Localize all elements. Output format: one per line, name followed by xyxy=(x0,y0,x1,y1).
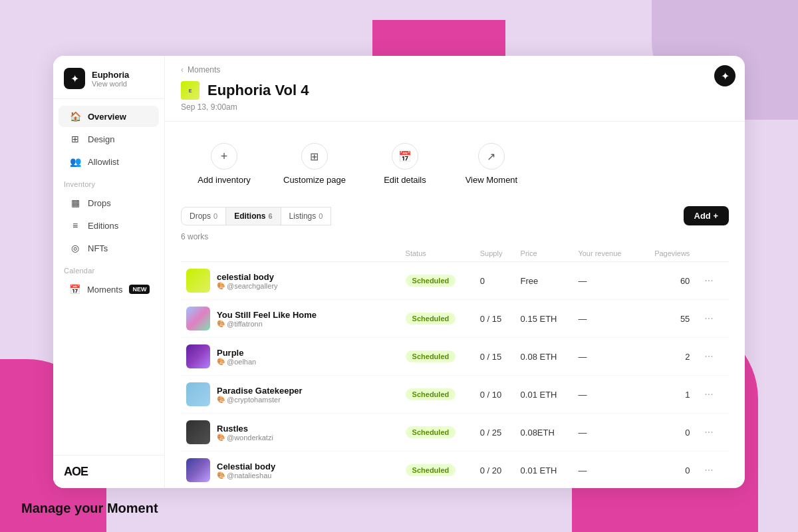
sidebar-brand: ✦ Euphoria View world xyxy=(53,56,164,99)
sidebar-label-editions: Editions xyxy=(88,221,118,231)
page-date: Sep 13, 9:00am xyxy=(181,102,729,112)
work-status-5: Scheduled xyxy=(400,452,475,489)
work-supply-5: 0 / 20 xyxy=(475,452,515,489)
nfts-icon: ◎ xyxy=(69,243,81,253)
tab-listings-count: 0 xyxy=(319,212,323,220)
design-icon: ⊞ xyxy=(69,134,81,144)
more-options-button-0[interactable]: ··· xyxy=(700,273,717,288)
more-options-button-3[interactable]: ··· xyxy=(700,387,717,402)
work-artist-3: 🎨 @cryptohamster xyxy=(217,396,303,404)
add-inventory-label: Add inventory xyxy=(198,175,251,185)
status-badge-4: Scheduled xyxy=(406,426,456,438)
work-artist-5: 🎨 @natalieshau xyxy=(217,471,275,479)
event-thumbnail: E xyxy=(181,81,200,100)
status-badge-5: Scheduled xyxy=(406,464,456,476)
table-row: celestial body 🎨 @searchgallery Schedule… xyxy=(181,262,729,300)
work-revenue-4: — xyxy=(573,414,638,452)
work-name-3: Paradise Gatekeeper xyxy=(217,386,303,396)
col-pageviews: Pageviews xyxy=(639,245,696,262)
tab-listings[interactable]: Listings 0 xyxy=(281,207,332,225)
sidebar-item-design[interactable]: ⊞ Design xyxy=(59,128,159,150)
editions-icon: ≡ xyxy=(69,220,81,231)
breadcrumb: ‹ Moments xyxy=(181,65,729,74)
work-pageviews-3: 1 xyxy=(639,376,696,414)
tab-drops-count: 0 xyxy=(213,212,217,220)
more-options-button-1[interactable]: ··· xyxy=(700,311,717,326)
artist-avatar-icon-1: 🎨 xyxy=(217,320,225,327)
table-row: Paradise Gatekeeper 🎨 @cryptohamster Sch… xyxy=(181,376,729,414)
artist-avatar-icon-5: 🎨 xyxy=(217,471,225,479)
work-name-5: Celestial body xyxy=(217,462,275,471)
customize-page-label: Customize page xyxy=(283,175,346,185)
work-cell-0: celestial body 🎨 @searchgallery xyxy=(181,262,400,300)
allowlist-icon: 👥 xyxy=(69,156,81,167)
artist-avatar-icon-2: 🎨 xyxy=(217,358,225,365)
tab-editions[interactable]: Editions 6 xyxy=(225,207,281,225)
work-supply-4: 0 / 25 xyxy=(475,414,515,452)
work-cell-2: Purple 🎨 @oelhan xyxy=(181,338,400,376)
table-row: You Still Feel Like Home 🎨 @tiffatronn S… xyxy=(181,300,729,338)
work-thumb-1 xyxy=(186,307,210,331)
more-options-button-2[interactable]: ··· xyxy=(700,349,717,364)
col-actions xyxy=(695,245,729,262)
brand-logo-icon: ✦ xyxy=(64,68,85,89)
work-status-4: Scheduled xyxy=(400,414,475,452)
work-thumb-0 xyxy=(186,269,210,293)
more-options-button-5[interactable]: ··· xyxy=(700,463,717,477)
brand-sub: View world xyxy=(92,80,129,88)
work-price-4: 0.08ETH xyxy=(515,414,573,452)
work-thumb-2 xyxy=(186,344,210,368)
sidebar-item-drops[interactable]: ▦ Drops xyxy=(59,192,159,213)
sidebar-label-nfts: NFTs xyxy=(88,243,108,253)
sidebar-item-moments[interactable]: 📅 Moments NEW xyxy=(59,279,159,300)
action-card-edit-details[interactable]: 📅 Edit details xyxy=(362,132,448,196)
sidebar-item-allowlist[interactable]: 👥 Allowlist xyxy=(59,151,159,172)
top-right-action-button[interactable]: ✦ xyxy=(714,65,735,86)
table-container: 6 works Status Supply Price Your revenue… xyxy=(165,225,745,488)
sidebar-item-nfts[interactable]: ◎ NFTs xyxy=(59,237,159,259)
work-cell-3: Paradise Gatekeeper 🎨 @cryptohamster xyxy=(181,376,400,414)
add-button[interactable]: Add + xyxy=(684,206,729,225)
col-supply: Supply xyxy=(475,245,515,262)
table-row: Purple 🎨 @oelhan Scheduled 0 / 15 0.08 E… xyxy=(181,338,729,376)
tab-listings-label: Listings xyxy=(289,211,317,221)
drops-icon: ▦ xyxy=(69,198,81,208)
status-badge-1: Scheduled xyxy=(406,313,456,325)
breadcrumb-label[interactable]: Moments xyxy=(188,65,220,74)
brand-text: Euphoria View world xyxy=(92,70,129,88)
work-status-1: Scheduled xyxy=(400,300,475,338)
work-more-3: ··· xyxy=(695,376,729,414)
view-moment-icon: ↗ xyxy=(478,143,505,170)
work-revenue-3: — xyxy=(573,376,638,414)
work-cell-1: You Still Feel Like Home 🎨 @tiffatronn xyxy=(181,300,400,338)
work-price-2: 0.08 ETH xyxy=(515,338,573,376)
page-title: Euphoria Vol 4 xyxy=(207,82,309,99)
work-status-2: Scheduled xyxy=(400,338,475,376)
work-name-4: Rustles xyxy=(217,424,273,434)
action-card-view-moment[interactable]: ↗ View Moment xyxy=(448,132,535,196)
calendar-icon: 📅 xyxy=(69,284,80,295)
tab-drops[interactable]: Drops 0 xyxy=(181,207,226,225)
artist-avatar-icon-4: 🎨 xyxy=(217,434,225,441)
edit-details-label: Edit details xyxy=(384,175,426,185)
work-price-1: 0.15 ETH xyxy=(515,300,573,338)
sidebar-label-drops: Drops xyxy=(88,198,111,208)
col-revenue: Your revenue xyxy=(573,245,638,262)
work-more-4: ··· xyxy=(695,414,729,452)
more-options-button-4[interactable]: ··· xyxy=(700,425,717,440)
sidebar-item-overview[interactable]: 🏠 Overview xyxy=(59,106,159,127)
work-status-0: Scheduled xyxy=(400,262,475,300)
work-name-1: You Still Feel Like Home xyxy=(217,310,317,320)
work-thumb-5 xyxy=(186,458,210,482)
status-badge-3: Scheduled xyxy=(406,388,456,400)
work-price-0: Free xyxy=(515,262,573,300)
tab-editions-count: 6 xyxy=(268,212,272,220)
inventory-section-label: Inventory xyxy=(53,174,164,191)
tab-editions-label: Editions xyxy=(234,211,265,221)
table-row: Celestial body 🎨 @natalieshau Scheduled … xyxy=(181,452,729,489)
work-cell-4: Rustles 🎨 @wonderkatzi xyxy=(181,414,400,452)
action-card-add-inventory[interactable]: + Add inventory xyxy=(181,132,267,196)
action-card-customize-page[interactable]: ⊞ Customize page xyxy=(267,132,362,196)
sidebar-item-editions[interactable]: ≡ Editions xyxy=(59,215,159,236)
artist-avatar-icon-0: 🎨 xyxy=(217,282,225,289)
